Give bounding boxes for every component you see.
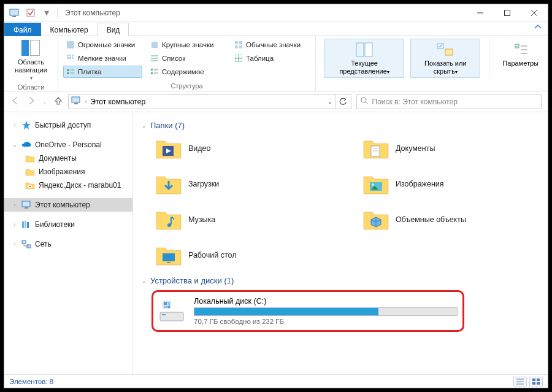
star-icon — [21, 120, 31, 130]
address-dropdown[interactable]: ⌄ — [328, 98, 332, 105]
minimize-button[interactable] — [467, 4, 494, 21]
qat-properties-icon[interactable] — [24, 7, 37, 19]
svg-line-45 — [366, 102, 368, 104]
show-hide-button[interactable]: Показать или скрыть▾ — [410, 39, 480, 78]
tree-libraries[interactable]: › Библиотеки — [4, 218, 132, 231]
forward-button[interactable] — [26, 96, 36, 108]
search-icon — [361, 97, 369, 107]
drive-c[interactable]: Локальный диск (C:) 70,7 ГБ свободно из … — [151, 290, 464, 332]
tree-this-pc[interactable]: › Этот компьютер — [4, 198, 132, 212]
folder-downloads[interactable]: Загрузки — [151, 168, 334, 200]
tab-file[interactable]: Файл — [4, 23, 41, 36]
svg-rect-27 — [67, 72, 69, 74]
downloads-icon — [155, 172, 182, 196]
svg-rect-34 — [356, 43, 364, 56]
qat-new-folder-icon[interactable]: ▾ — [40, 7, 53, 19]
section-devices[interactable]: ⌄ Устройства и диски (1) — [139, 271, 542, 288]
maximize-button[interactable] — [494, 4, 521, 21]
options-button[interactable]: Параметры — [498, 39, 543, 78]
navigation-pane-button[interactable]: Область навигации ▾ — [9, 39, 53, 82]
layout-list[interactable]: Список — [147, 52, 226, 64]
tree-network[interactable]: › Сеть — [4, 237, 132, 251]
desktop-icon — [155, 243, 182, 267]
section-folders[interactable]: ⌄ Папки (7) — [139, 116, 542, 133]
svg-rect-1 — [12, 16, 16, 17]
tree-onedrive-documents[interactable]: Документы — [4, 152, 132, 165]
cloud-icon — [21, 140, 31, 150]
drive-icon — [158, 299, 185, 323]
content-area: ⌄ Папки (7) Видео Документы Загрузки — [133, 112, 548, 374]
videos-icon — [155, 136, 182, 161]
layout-table[interactable]: Таблица — [231, 52, 310, 64]
pc-icon — [21, 200, 31, 210]
svg-rect-53 — [22, 240, 26, 244]
svg-rect-0 — [10, 9, 18, 15]
folder-videos[interactable]: Видео — [151, 133, 334, 164]
svg-rect-71 — [164, 306, 167, 308]
svg-rect-48 — [22, 201, 30, 207]
navigation-pane-label: Область навигации — [9, 58, 53, 74]
svg-rect-69 — [164, 302, 167, 305]
view-details-button[interactable] — [513, 377, 527, 386]
tab-view[interactable]: Вид — [98, 23, 129, 36]
svg-rect-4 — [505, 10, 510, 15]
refresh-button[interactable] — [335, 94, 351, 109]
drive-free-text: 70,7 ГБ свободно из 232 ГБ — [194, 318, 458, 325]
status-count: Элементов: 8 — [9, 378, 53, 385]
window-title: Этот компьютер — [65, 9, 120, 17]
recent-dropdown[interactable]: ⌄ — [42, 99, 47, 105]
svg-rect-77 — [537, 379, 540, 381]
layout-content[interactable]: Содержимое — [147, 66, 226, 78]
folder-3d-objects[interactable]: Объемные объекты — [359, 204, 542, 236]
svg-rect-37 — [445, 49, 453, 55]
search-field[interactable]: Поиск в: Этот компьютер — [356, 94, 542, 109]
svg-rect-16 — [67, 57, 69, 59]
tab-computer[interactable]: Компьютер — [41, 23, 98, 36]
up-button[interactable] — [53, 96, 63, 108]
navigation-tree: › Быстрый доступ ⌄ OneDrive - Personal Д… — [4, 112, 133, 374]
documents-icon — [362, 136, 389, 161]
layout-large-icons[interactable]: Крупные значки — [147, 39, 226, 51]
layout-huge-icons[interactable]: Огромные значки — [63, 39, 142, 51]
images-icon — [362, 172, 389, 196]
svg-rect-12 — [239, 45, 242, 48]
tree-onedrive-images[interactable]: Изображения — [4, 165, 132, 179]
svg-rect-64 — [163, 253, 175, 261]
app-icon — [8, 7, 21, 19]
svg-rect-9 — [235, 41, 238, 44]
group-panes-label: Области — [18, 82, 45, 91]
layout-tile[interactable]: Плитка — [63, 66, 142, 78]
svg-rect-51 — [25, 221, 26, 228]
close-button[interactable] — [521, 4, 548, 21]
svg-rect-2 — [27, 9, 34, 17]
folder-documents[interactable]: Документы — [359, 133, 542, 164]
status-bar: Элементов: 8 — [4, 374, 548, 388]
drive-usage-bar — [194, 307, 458, 316]
svg-rect-52 — [27, 222, 29, 228]
tree-onedrive[interactable]: ⌄ OneDrive - Personal — [4, 138, 132, 152]
ribbon: Область навигации ▾ Области Огромные зна… — [4, 36, 548, 91]
view-thumbnails-button[interactable] — [529, 377, 543, 386]
folder-desktop[interactable]: Рабочий стол — [151, 239, 334, 271]
folder-icon — [25, 167, 35, 177]
address-field[interactable]: › Этот компьютер ⌄ — [68, 94, 335, 109]
svg-rect-76 — [532, 379, 535, 381]
svg-rect-14 — [69, 55, 71, 56]
svg-rect-18 — [72, 57, 74, 59]
layout-normal-icons[interactable]: Обычные значки — [231, 39, 310, 51]
svg-rect-8 — [151, 42, 158, 48]
tree-quick-access[interactable]: › Быстрый доступ — [4, 118, 132, 132]
svg-rect-79 — [537, 382, 540, 385]
layout-small-icons[interactable]: Мелкие значки — [63, 52, 142, 64]
ribbon-collapse-button[interactable] — [528, 20, 548, 36]
svg-point-47 — [29, 186, 31, 187]
folder-music[interactable]: Музыка — [151, 204, 334, 236]
tree-yandex-disk[interactable]: Яндекс.Диск - marabu01 — [4, 179, 132, 192]
current-view-button[interactable]: Текущее представление▾ — [324, 39, 404, 78]
svg-rect-66 — [160, 312, 183, 321]
back-button[interactable] — [10, 96, 20, 108]
svg-rect-42 — [72, 97, 80, 102]
address-text: Этот компьютер — [90, 98, 145, 106]
folder-images[interactable]: Изображения — [359, 168, 542, 200]
drive-name: Локальный диск (C:) — [194, 297, 458, 306]
